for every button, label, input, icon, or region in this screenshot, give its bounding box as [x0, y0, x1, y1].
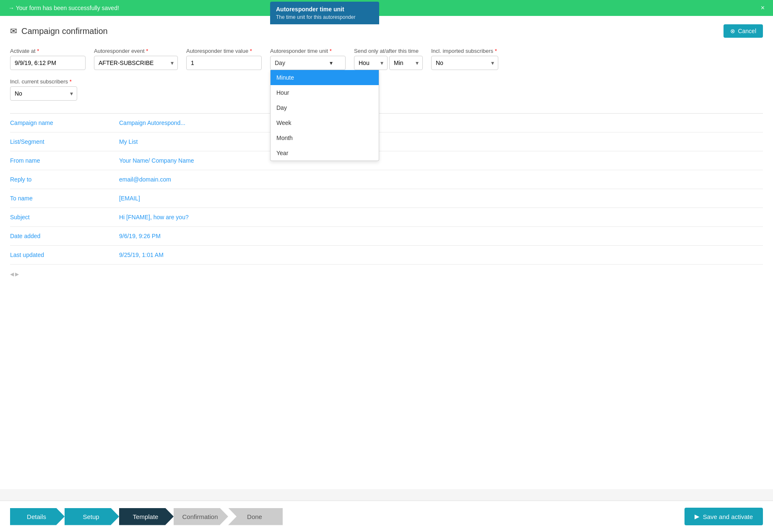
dropdown-item-day[interactable]: Day	[271, 100, 379, 115]
info-row-last-updated: Last updated 9/25/19, 1:01 AM	[10, 246, 763, 265]
incl-current-select[interactable]: No Yes	[10, 86, 77, 101]
autoresponder-event-select[interactable]: AFTER-SUBSCRIBE AFTER-CONFIRM	[94, 56, 178, 70]
close-icon[interactable]: ×	[761, 4, 765, 12]
info-value-to-name: [EMAIL]	[119, 195, 140, 202]
incl-current-select-wrapper: No Yes ▾	[10, 86, 77, 101]
activate-at-label: Activate at *	[10, 48, 86, 54]
incl-imported-select-wrapper: No Yes ▾	[431, 56, 498, 70]
time-unit-dropdown-menu: Minute Hour Day Week Month Year	[270, 70, 379, 161]
info-value-date-added: 9/6/19, 9:26 PM	[119, 233, 161, 239]
dropdown-item-month[interactable]: Month	[271, 130, 379, 145]
main-content: ✉ Campaign confirmation ⊗ Cancel Activat…	[0, 16, 773, 489]
incl-imported-select[interactable]: No Yes	[431, 56, 498, 70]
send-only-min-select[interactable]: Min	[389, 56, 423, 70]
mail-icon: ✉	[10, 26, 17, 36]
send-only-label: Send only at/after this time	[354, 48, 423, 54]
info-row-campaign-name: Campaign name Campaign Autorespond...	[10, 114, 763, 132]
dropdown-item-week[interactable]: Week	[271, 115, 379, 130]
info-label-reply-to: Reply to	[10, 176, 119, 183]
info-value-last-updated: 9/25/19, 1:01 AM	[119, 252, 164, 258]
dropdown-item-minute[interactable]: Minute	[271, 70, 379, 85]
success-message: → Your form has been successfully saved!	[8, 5, 119, 11]
time-value-input[interactable]	[186, 56, 262, 70]
cancel-button[interactable]: ⊗ Cancel	[724, 24, 763, 38]
time-value-label: Autoresponder time value *	[186, 48, 262, 54]
info-table: Campaign name Campaign Autorespond... Li…	[10, 113, 763, 265]
info-value-list-segment: My List	[119, 138, 138, 145]
info-label-last-updated: Last updated	[10, 252, 119, 258]
info-value-subject: Hi [FNAME], how are you?	[119, 214, 189, 221]
info-label-campaign-name: Campaign name	[10, 119, 119, 126]
page-header: ✉ Campaign confirmation ⊗ Cancel	[10, 24, 763, 38]
info-row-from-name: From name Your Name/ Company Name	[10, 151, 763, 170]
activate-at-field: Activate at *	[10, 48, 86, 70]
info-label-list-segment: List/Segment	[10, 138, 119, 145]
incl-imported-label: Incl. imported subscribers *	[431, 48, 498, 54]
tooltip-desc: The time unit for this autoresponder	[276, 14, 373, 20]
time-unit-select[interactable]: Day ▾	[270, 56, 346, 70]
incl-imported-field: Incl. imported subscribers * No Yes ▾	[431, 48, 498, 70]
activate-at-input[interactable]	[10, 56, 86, 70]
form-row-1: Activate at * Autoresponder event * AFTE…	[10, 48, 763, 70]
dropdown-item-hour[interactable]: Hour	[271, 85, 379, 100]
form-row-2: Incl. current subscribers * No Yes ▾	[10, 78, 763, 101]
info-row-reply-to: Reply to email@domain.com	[10, 170, 763, 189]
send-only-selects: Hou ▾ Min ▾	[354, 56, 423, 70]
info-label-from-name: From name	[10, 157, 119, 164]
time-value-field: Autoresponder time value *	[186, 48, 262, 70]
send-only-hour-wrapper: Hou ▾	[354, 56, 388, 70]
info-value-reply-to: email@domain.com	[119, 176, 171, 183]
success-banner: → Your form has been successfully saved!…	[0, 0, 773, 16]
send-only-field: Send only at/after this time Hou ▾ Min ▾	[354, 48, 423, 70]
incl-current-label: Incl. current subscribers *	[10, 78, 77, 85]
info-label-date-added: Date added	[10, 233, 119, 239]
cancel-label: Cancel	[738, 28, 756, 34]
time-unit-field: Autoresponder time unit * Autoresponder …	[270, 48, 346, 70]
info-value-from-name: Your Name/ Company Name	[119, 157, 194, 164]
autoresponder-event-select-wrapper: AFTER-SUBSCRIBE AFTER-CONFIRM ▾	[94, 56, 178, 70]
info-row-date-added: Date added 9/6/19, 9:26 PM	[10, 227, 763, 246]
autoresponder-event-label: Autoresponder event *	[94, 48, 178, 54]
chevron-down-icon: ▾	[330, 60, 333, 66]
info-row-list-segment: List/Segment My List	[10, 132, 763, 151]
dropdown-item-year[interactable]: Year	[271, 145, 379, 161]
info-value-campaign-name: Campaign Autorespond...	[119, 119, 185, 126]
time-unit-current-value: Day	[275, 60, 285, 66]
time-unit-label: Autoresponder time unit *	[270, 48, 346, 54]
info-row-to-name: To name [EMAIL]	[10, 189, 763, 208]
scroll-indicator: ◀ ▶	[10, 271, 763, 277]
info-label-subject: Subject	[10, 214, 119, 221]
info-label-to-name: To name	[10, 195, 119, 202]
tooltip-title: Autoresponder time unit	[276, 6, 373, 13]
cancel-icon: ⊗	[730, 28, 735, 34]
info-row-subject: Subject Hi [FNAME], how are you?	[10, 208, 763, 227]
autoresponder-event-field: Autoresponder event * AFTER-SUBSCRIBE AF…	[94, 48, 178, 70]
page-title: ✉ Campaign confirmation	[10, 26, 108, 36]
send-only-min-wrapper: Min ▾	[389, 56, 423, 70]
time-unit-tooltip: Autoresponder time unit The time unit fo…	[270, 2, 379, 24]
send-only-hour-select[interactable]: Hou	[354, 56, 388, 70]
incl-current-field: Incl. current subscribers * No Yes ▾	[10, 78, 77, 101]
page-title-text: Campaign confirmation	[21, 26, 108, 36]
